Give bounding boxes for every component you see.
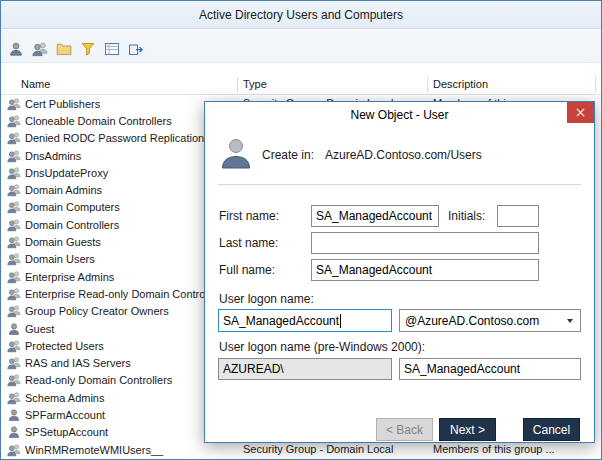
- group-icon: [7, 373, 21, 387]
- group-icon: [7, 304, 21, 318]
- group-icon: [7, 443, 21, 457]
- create-in-label: Create in:: [262, 148, 314, 162]
- list-view-button[interactable]: [101, 38, 123, 60]
- header-separator: [427, 77, 428, 92]
- pre2000-logon-input[interactable]: [399, 358, 581, 380]
- full-name-label: Full name:: [219, 259, 275, 281]
- group-icon: [7, 218, 21, 232]
- user-logon-name-input[interactable]: SA_ManagedAccount: [218, 309, 392, 332]
- window-title: Active Directory Users and Computers: [199, 8, 403, 22]
- pre2000-logon-label: User logon name (pre-Windows 2000):: [219, 340, 425, 354]
- group-icon: [7, 270, 21, 284]
- list-item-name: Domain Users: [25, 253, 95, 265]
- new-ou-button[interactable]: [53, 38, 75, 60]
- new-group-icon: [32, 41, 48, 57]
- list-item-name: DnsAdmins: [25, 150, 81, 162]
- export-list-button[interactable]: [125, 38, 147, 60]
- list-item-name: Domain Computers: [25, 201, 120, 213]
- list-item-name: Read-only Domain Controllers: [25, 374, 172, 386]
- list-item-name: Domain Controllers: [25, 219, 119, 231]
- list-item-type: Security Group - Domain Local: [243, 443, 393, 455]
- list-item-name: WinRMRemoteWMIUsers__: [25, 444, 163, 456]
- new-user-button[interactable]: [5, 38, 27, 60]
- back-button[interactable]: < Back: [376, 418, 433, 441]
- filter-button[interactable]: [77, 38, 99, 60]
- list-item-name: RAS and IAS Servers: [25, 357, 131, 369]
- group-icon: [7, 200, 21, 214]
- list-item-name: SPFarmAccount: [25, 409, 105, 421]
- window-titlebar: Active Directory Users and Computers: [1, 1, 601, 29]
- list-view-icon: [104, 41, 120, 57]
- cancel-button[interactable]: Cancel: [523, 418, 580, 441]
- list-item-name: Enterprise Read-only Domain Controllers: [25, 288, 226, 300]
- column-header-name[interactable]: Name: [21, 78, 50, 90]
- list-item-name: Cert Publishers: [25, 98, 100, 110]
- close-button[interactable]: [567, 102, 594, 123]
- list-item-name: DnsUpdateProxy: [25, 167, 108, 179]
- group-icon: [7, 252, 21, 266]
- chevron-down-icon: [567, 319, 573, 323]
- pre2000-domain-input: [218, 358, 392, 380]
- column-header-description[interactable]: Description: [433, 78, 488, 90]
- list-item-name: Guest: [25, 323, 54, 335]
- header-separator: [237, 77, 238, 92]
- list-item-name: Protected Users: [25, 340, 104, 352]
- new-object-user-dialog: New Object - User Create in: AzureAD.Con…: [204, 101, 595, 443]
- initials-input[interactable]: [497, 205, 539, 227]
- create-in-value: AzureAD.Contoso.com/Users: [325, 148, 482, 162]
- user-bust-icon: [218, 136, 254, 172]
- group-icon: [7, 356, 21, 370]
- list-item-name: Domain Admins: [25, 184, 102, 196]
- first-name-label: First name:: [219, 205, 279, 227]
- header-separator: [595, 77, 596, 92]
- upn-suffix-select[interactable]: @AzureAD.Contoso.com: [399, 309, 581, 332]
- group-icon: [7, 287, 21, 301]
- user-icon: [7, 322, 21, 336]
- list-header: Name Type Description: [1, 75, 601, 95]
- column-header-type[interactable]: Type: [243, 78, 267, 90]
- aduc-window: Active Directory Users and Computers Nam…: [0, 0, 602, 460]
- list-item-name: Group Policy Creator Owners: [25, 305, 169, 317]
- full-name-input[interactable]: [311, 259, 539, 281]
- group-icon: [7, 149, 21, 163]
- list-item[interactable]: WinRMRemoteWMIUsers__Security Group - Do…: [1, 441, 601, 458]
- list-item-description: Members of this group ...: [433, 443, 555, 455]
- user-icon: [7, 425, 21, 439]
- list-item-name: Denied RODC Password Replication: [25, 132, 204, 144]
- export-list-icon: [128, 41, 144, 57]
- list-item-name: Cloneable Domain Controllers: [25, 115, 172, 127]
- list-item-name: Domain Guests: [25, 236, 101, 248]
- separator: [218, 184, 581, 186]
- filter-icon: [80, 41, 96, 57]
- list-item-name: SPSetupAccount: [25, 426, 108, 438]
- upn-suffix-value: @AzureAD.Contoso.com: [405, 314, 539, 328]
- first-name-input[interactable]: [311, 205, 439, 227]
- new-ou-icon: [56, 41, 72, 57]
- user-icon: [7, 408, 21, 422]
- dialog-title: New Object - User: [350, 108, 448, 122]
- initials-label: Initials:: [448, 205, 485, 227]
- toolbar: [1, 30, 601, 63]
- group-icon: [7, 131, 21, 145]
- close-icon: [576, 108, 585, 117]
- last-name-input[interactable]: [311, 232, 539, 254]
- new-group-button[interactable]: [29, 38, 51, 60]
- group-icon: [7, 391, 21, 405]
- group-icon: [7, 166, 21, 180]
- group-icon: [7, 235, 21, 249]
- user-logon-name-value: SA_ManagedAccount: [223, 314, 339, 328]
- group-icon: [7, 183, 21, 197]
- last-name-label: Last name:: [219, 232, 278, 254]
- list-item-name: Schema Admins: [25, 392, 104, 404]
- list-item-name: Enterprise Admins: [25, 271, 114, 283]
- user-logon-name-label: User logon name:: [219, 292, 314, 306]
- text-caret: [340, 314, 341, 328]
- new-user-icon: [8, 41, 24, 57]
- group-icon: [7, 114, 21, 128]
- group-icon: [7, 97, 21, 111]
- next-button[interactable]: Next >: [439, 418, 496, 441]
- group-icon: [7, 339, 21, 353]
- dialog-titlebar: New Object - User: [205, 102, 594, 126]
